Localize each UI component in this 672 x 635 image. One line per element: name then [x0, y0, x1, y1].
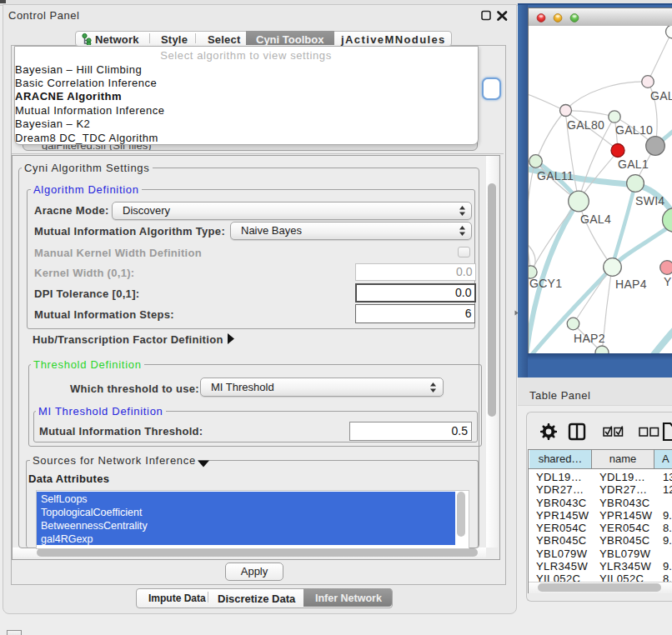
svg-text:HAP4: HAP4 [615, 278, 647, 291]
svg-text:GAL10: GAL10 [615, 123, 653, 137]
svg-text:Y: Y [664, 275, 672, 288]
svg-text:GAL11: GAL11 [537, 169, 574, 182]
svg-text:GAL1: GAL1 [618, 158, 649, 171]
svg-text:GAL4: GAL4 [580, 212, 611, 226]
svg-text:GAL: GAL [650, 89, 672, 102]
svg-text:GAL80: GAL80 [567, 118, 604, 132]
svg-text:SWI4: SWI4 [635, 194, 664, 208]
svg-text:HAP2: HAP2 [574, 332, 605, 345]
svg-text:GCY1: GCY1 [529, 277, 562, 290]
